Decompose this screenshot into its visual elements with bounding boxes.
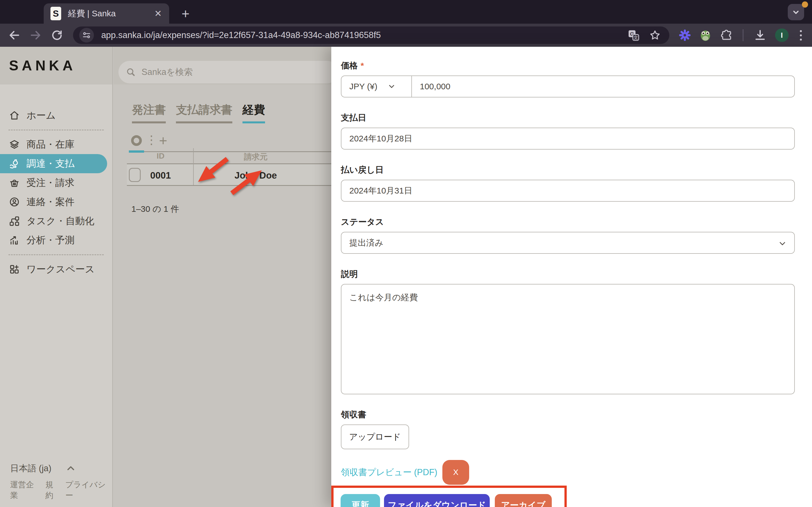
description-label: 説明 <box>341 269 812 280</box>
status-value: 提出済み <box>349 237 384 249</box>
downloads-icon[interactable] <box>754 29 767 42</box>
payment-date-input[interactable]: 2024年10月28日 <box>341 128 795 150</box>
sidebar-item-label: ワークスペース <box>27 263 95 276</box>
sidebar-item-home[interactable]: ホーム <box>0 106 112 125</box>
sidebar-item-label: 受注・請求 <box>27 176 74 189</box>
column-header-id[interactable]: ID <box>128 152 194 161</box>
tab-expenses[interactable]: 経費 <box>243 102 265 123</box>
footer-link-terms[interactable]: 規約 <box>45 480 61 501</box>
tab-payment-invoices[interactable]: 支払請求書 <box>176 102 232 123</box>
omnibox[interactable]: app.sanka.io/ja/expenses/?id=2e12f657-31… <box>73 26 669 44</box>
chevron-down-icon <box>778 239 787 248</box>
receipt-label: 領収書 <box>341 409 812 420</box>
document-tabs: 発注書 支払請求書 経費 <box>132 102 265 123</box>
favicon: S <box>50 7 61 20</box>
profile-avatar[interactable]: I <box>775 29 789 42</box>
add-view-button[interactable]: + <box>159 132 167 149</box>
sidebar-item-label: 分析・予測 <box>27 234 74 247</box>
sidebar-item-tasks-automation[interactable]: タスク・自動化 <box>0 212 112 231</box>
annotation-highlight-box: 更新 ファイルをダウンロード アーカイブ <box>331 486 567 507</box>
expense-detail-panel: 価格* JPY (¥) 100,000 支払日 2024年10月28日 払い戻し… <box>331 47 812 507</box>
frog-extension-icon[interactable] <box>699 29 712 41</box>
contact-circle-icon <box>9 196 20 207</box>
sidebar-item-procurement-payments[interactable]: 調達・支払 <box>0 154 107 173</box>
footer-link-company[interactable]: 運営企業 <box>10 480 41 501</box>
payment-date-label: 支払日 <box>341 112 812 124</box>
search-placeholder: Sankaを検索 <box>142 66 193 78</box>
chevron-down-icon <box>791 7 801 17</box>
sidebar-nav: ホーム 商品・在庫 調達・支払 <box>0 84 112 279</box>
tab-title: 経費 | Sanka <box>68 8 153 19</box>
basket-icon <box>9 177 20 188</box>
currency-value: JPY (¥) <box>349 82 377 91</box>
sidebar-item-orders-billing[interactable]: 受注・請求 <box>0 173 112 192</box>
site-info-button[interactable] <box>79 28 94 43</box>
home-icon <box>9 110 20 121</box>
price-input[interactable]: 100,000 <box>412 82 450 91</box>
workspace-grid-icon <box>9 264 20 275</box>
column-header-vendor[interactable]: 請求元 <box>194 152 318 162</box>
sidebar-item-label: 調達・支払 <box>27 157 74 170</box>
language-label: 日本語 (ja) <box>10 462 51 474</box>
footer-link-privacy[interactable]: プライバシー <box>65 480 112 501</box>
sidebar-header: SANKA <box>0 47 112 84</box>
loom-extension-icon[interactable] <box>679 29 691 41</box>
update-button[interactable]: 更新 <box>341 494 380 507</box>
list-toolbar: ⋮ + <box>113 135 331 148</box>
chevron-up-icon <box>66 464 75 473</box>
reimbursement-date-label: 払い戻し日 <box>341 164 812 176</box>
browser-menu-button[interactable] <box>797 30 805 41</box>
remove-receipt-button[interactable]: X <box>442 460 469 485</box>
price-label: 価格* <box>341 60 812 71</box>
view-tab-icon[interactable] <box>131 135 142 146</box>
sidebar-item-analytics-forecast[interactable]: 分析・予測 <box>0 231 112 250</box>
forward-button[interactable] <box>29 29 42 42</box>
translate-icon[interactable]: G 文 <box>627 29 640 41</box>
archive-button[interactable]: アーカイブ <box>495 494 552 507</box>
hand-coins-icon <box>9 158 20 169</box>
toolbar-separator <box>743 29 744 41</box>
pagination-text: 1–30 の 1 件 <box>132 203 179 215</box>
extensions-puzzle-icon[interactable] <box>720 29 732 41</box>
chevron-down-icon <box>388 82 396 91</box>
global-search[interactable]: Sankaを検索 <box>118 61 331 83</box>
table-line <box>127 163 331 164</box>
cell-id[interactable]: 0001 <box>128 170 194 181</box>
sidebar-item-products-inventory[interactable]: 商品・在庫 <box>0 135 112 154</box>
download-file-button[interactable]: ファイルをダウンロード <box>384 494 490 507</box>
sidebar-item-contacts-deals[interactable]: 連絡・案件 <box>0 192 112 212</box>
status-label: ステータス <box>341 216 812 228</box>
browser-tabstrip: S 経費 | Sanka ✕ + <box>0 0 812 24</box>
upload-button[interactable]: アップロード <box>341 425 409 449</box>
sidebar-divider <box>8 129 104 130</box>
sidebar-item-workspace[interactable]: ワークスペース <box>0 260 112 279</box>
bookmark-star-icon[interactable] <box>649 29 661 41</box>
new-tab-button[interactable]: + <box>177 5 194 22</box>
view-options-menu[interactable]: ⋮ <box>146 133 157 147</box>
browser-tab[interactable]: S 経費 | Sanka ✕ <box>44 3 169 24</box>
screen: S 経費 | Sanka ✕ + <box>0 0 812 507</box>
language-switcher[interactable]: 日本語 (ja) <box>10 462 112 474</box>
description-textarea[interactable]: これは今月の経費 <box>341 284 795 394</box>
price-field: JPY (¥) 100,000 <box>341 75 795 98</box>
table-header: ID 請求元 <box>127 152 331 163</box>
tab-search-button[interactable] <box>788 4 804 20</box>
svg-text:文: 文 <box>633 35 638 40</box>
reimbursement-date-input[interactable]: 2024年10月31日 <box>341 180 795 202</box>
reload-button[interactable] <box>50 29 63 42</box>
sidebar-item-label: 連絡・案件 <box>27 195 74 209</box>
sanka-logo: SANKA <box>9 57 76 74</box>
receipt-preview-link[interactable]: 領収書プレビュー (PDF) <box>341 466 437 478</box>
tab-purchase-orders[interactable]: 発注書 <box>132 102 166 123</box>
status-select[interactable]: 提出済み <box>341 232 795 254</box>
required-asterisk: * <box>361 61 364 70</box>
tab-close-icon[interactable]: ✕ <box>153 8 163 19</box>
cell-vendor[interactable]: John Doe <box>194 170 318 181</box>
sidebar-divider <box>8 255 104 255</box>
chart-trend-icon <box>9 235 20 245</box>
url-text[interactable]: app.sanka.io/ja/expenses/?id=2e12f657-31… <box>101 30 627 40</box>
currency-select[interactable]: JPY (¥) <box>342 76 412 97</box>
back-button[interactable] <box>8 29 21 42</box>
sidebar-item-label: 商品・在庫 <box>27 138 74 151</box>
layers-icon <box>9 139 20 150</box>
